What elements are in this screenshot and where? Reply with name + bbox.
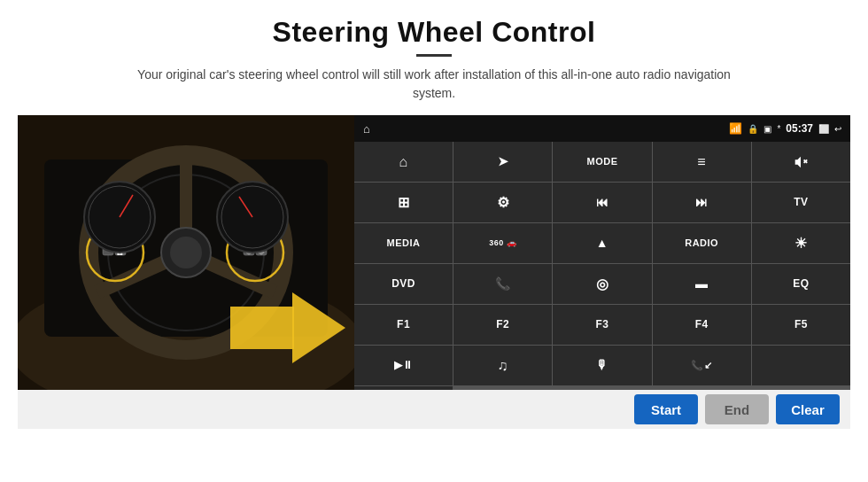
page-container: Steering Wheel Control Your original car… bbox=[0, 0, 868, 482]
grid-button-9[interactable]: TV bbox=[752, 183, 850, 222]
grid-button-12[interactable]: ▲ bbox=[553, 223, 651, 263]
grid-button-11[interactable]: 360 🚗 bbox=[453, 223, 552, 263]
grid-button-17[interactable]: ◎ bbox=[553, 264, 651, 304]
grid-button-4[interactable] bbox=[752, 142, 850, 182]
grid-button-0[interactable]: ⌂ bbox=[354, 142, 453, 182]
grid-button-27[interactable]: 🎙 bbox=[553, 346, 651, 385]
android-panel: ⌂ 📶 🔒 ▣ * 05:37 ⬜ ↩ ⌂➤MODE≡ ⊞⚙⏮⏭TVMEDIA3… bbox=[354, 115, 850, 390]
grid-button-7[interactable]: ⏮ bbox=[553, 183, 651, 222]
grid-button-16[interactable]: 📞 bbox=[453, 264, 552, 304]
start-button[interactable]: Start bbox=[634, 394, 698, 424]
grid-button-29[interactable] bbox=[752, 346, 850, 385]
svg-point-9 bbox=[170, 237, 202, 268]
status-bar: ⌂ 📶 🔒 ▣ * 05:37 ⬜ ↩ bbox=[354, 115, 850, 142]
grid-button-18[interactable]: ▬ bbox=[653, 264, 751, 304]
sim-icon: ▣ bbox=[763, 124, 771, 134]
grid-button-6[interactable]: ⚙ bbox=[453, 183, 552, 222]
cast-icon: ⬜ bbox=[818, 124, 829, 134]
grid-button-8[interactable]: ⏭ bbox=[653, 183, 751, 222]
wifi-icon: 📶 bbox=[729, 122, 742, 135]
button-grid: ⌂➤MODE≡ ⊞⚙⏮⏭TVMEDIA360 🚗▲RADIO☀DVD📞◎▬EQF… bbox=[354, 142, 850, 390]
grid-button-21[interactable]: F2 bbox=[453, 305, 552, 345]
clear-button[interactable]: Clear bbox=[776, 394, 840, 424]
home-status-icon: ⌂ bbox=[363, 122, 370, 136]
status-left: ⌂ bbox=[363, 122, 370, 136]
grid-button-14[interactable]: ☀ bbox=[752, 223, 850, 263]
time-display: 05:37 bbox=[786, 122, 813, 135]
subtitle: Your original car's steering wheel contr… bbox=[133, 66, 735, 103]
grid-button-25[interactable]: ▶⏸ bbox=[354, 346, 453, 385]
grid-button-23[interactable]: F4 bbox=[653, 305, 751, 345]
grid-button-10[interactable]: MEDIA bbox=[354, 223, 453, 263]
page-title: Steering Wheel Control bbox=[273, 16, 596, 49]
bluetooth-icon: * bbox=[777, 124, 780, 134]
grid-button-1[interactable]: ➤ bbox=[453, 142, 552, 182]
grid-button-5[interactable]: ⊞ bbox=[354, 183, 453, 222]
end-button[interactable]: End bbox=[705, 394, 769, 424]
grid-button-24[interactable]: F5 bbox=[752, 305, 850, 345]
grid-button-3[interactable]: ≡ bbox=[653, 142, 751, 182]
back-icon: ↩ bbox=[834, 124, 841, 134]
title-divider bbox=[416, 54, 452, 57]
action-bar: Start End Clear bbox=[18, 390, 850, 429]
grid-button-13[interactable]: RADIO bbox=[653, 223, 751, 263]
grid-button-22[interactable]: F3 bbox=[553, 305, 651, 345]
grid-button-28[interactable]: 📞↙ bbox=[653, 346, 751, 385]
steering-wheel-image: ☎ bbox=[18, 115, 354, 390]
status-right: 📶 🔒 ▣ * 05:37 ⬜ ↩ bbox=[729, 122, 841, 135]
grid-button-20[interactable]: F1 bbox=[354, 305, 453, 345]
content-row: ☎ bbox=[18, 115, 850, 390]
grid-button-2[interactable]: MODE bbox=[553, 142, 651, 182]
grid-button-15[interactable]: DVD bbox=[354, 264, 453, 304]
svg-rect-30 bbox=[230, 307, 294, 349]
grid-button-26[interactable]: ♫ bbox=[453, 346, 552, 385]
grid-button-19[interactable]: EQ bbox=[752, 264, 850, 304]
lock-icon: 🔒 bbox=[748, 124, 758, 134]
